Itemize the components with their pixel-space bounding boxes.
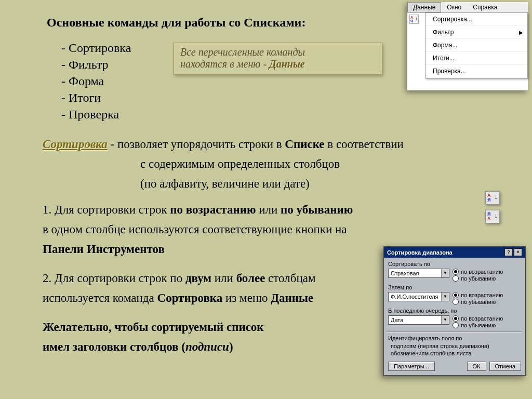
paragraph-line3: (по алфавиту, величине или дате)	[140, 176, 310, 192]
submenu-arrow-icon: ▶	[519, 30, 523, 35]
menu-item-totals[interactable]: Итоги...	[425, 52, 527, 65]
cancel-button[interactable]: Отмена	[489, 362, 521, 371]
dialog-title-text: Сортировка диапазона	[387, 249, 453, 256]
dropdown-arrow-icon: ▼	[441, 316, 449, 324]
sort-asc-icon: АЯ↓	[409, 15, 419, 24]
paragraph-sort-def: Сортировка - позволяет упорядочить строк…	[43, 136, 500, 153]
radio-desc-3[interactable]: по убыванию	[453, 322, 503, 328]
toolbar-sort-icons: АЯ↓ ЯА↓	[485, 191, 500, 229]
radio-desc-1[interactable]: по убыванию	[453, 275, 503, 282]
menubar-item-data[interactable]: Данные	[407, 2, 441, 12]
radio-asc-1[interactable]: по возрастанию	[453, 269, 503, 275]
last-by-select[interactable]: Дата▼	[388, 315, 449, 325]
note-line1: Все перечисленные команды	[180, 46, 305, 58]
paragraph-line2: с содержимым определенных столбцов	[140, 156, 340, 172]
dialog-help-button[interactable]: ?	[504, 248, 513, 256]
last-by-label: В последнюю очередь, по	[388, 308, 521, 314]
command-list: - Сортировка - Фильтр - Форма - Итоги - …	[61, 39, 131, 123]
note-callout: Все перечисленные команды находятся в ме…	[174, 43, 382, 75]
dropdown-arrow-icon: ▼	[441, 269, 449, 277]
params-button[interactable]: Параметры...	[388, 362, 435, 371]
dialog-close-button[interactable]: ×	[514, 248, 522, 256]
command-item: - Итоги	[61, 89, 131, 106]
sort-heading: Сортировка	[43, 138, 108, 151]
sort-descending-button[interactable]: ЯА↓	[485, 210, 500, 223]
radio-desc-2[interactable]: по убыванию	[453, 299, 503, 305]
menu-item-check[interactable]: Проверка...	[425, 65, 527, 78]
paragraph-2-line2: используется команда Сортировка из меню …	[43, 290, 313, 307]
paragraph-1-line3: Панели Инструментов	[43, 241, 165, 258]
radio-asc-2[interactable]: по возрастанию	[453, 292, 503, 298]
sort-ascending-button[interactable]: АЯ↓	[485, 191, 500, 205]
menubar: Данные Окно Справка	[407, 2, 528, 13]
menu-item-filter[interactable]: Фильтр▶	[425, 26, 527, 39]
command-item: - Проверка	[61, 106, 131, 123]
dialog-titlebar: Сортировка диапазона ? ×	[384, 247, 525, 258]
ok-button[interactable]: ОК	[467, 362, 486, 371]
identify-label: Идентифицировать поля по	[388, 335, 521, 341]
then-by-label: Затем по	[388, 284, 521, 290]
slide-title: Основные команды для работы со Списками:	[47, 16, 305, 30]
menubar-item-help[interactable]: Справка	[467, 2, 503, 12]
paragraph-3-line1: Желательно, чтобы сортируемый список	[43, 319, 264, 336]
radio-ident-labels[interactable]: подписям (первая строка диапазона)	[388, 343, 521, 349]
radio-ident-columns[interactable]: обозначениям столбцов листа	[388, 350, 521, 356]
then-by-select[interactable]: Ф.И.О.посетителя▼	[388, 292, 449, 301]
command-item: - Фильтр	[61, 56, 131, 73]
menu-item-sort[interactable]: Сортировка...	[425, 13, 527, 26]
paragraph-1-line2: в одном столбце используются соответству…	[43, 221, 347, 238]
menubar-item-window[interactable]: Окно	[441, 2, 467, 12]
sort-by-label: Сортировать по	[388, 261, 521, 267]
dropdown-arrow-icon: ▼	[441, 292, 449, 301]
command-item: - Сортировка	[61, 39, 131, 56]
command-item: - Форма	[61, 73, 131, 89]
data-dropdown: Сортировка... Фильтр▶ Форма... Итоги... …	[425, 12, 528, 78]
paragraph-3-line2: имел заголовки столбцов (подписи)	[43, 339, 233, 355]
note-line2b: Данные	[269, 58, 305, 70]
sort-range-dialog: Сортировка диапазона ? × Сортировать по …	[383, 246, 526, 376]
sort-by-select[interactable]: Страховая▼	[388, 269, 449, 278]
menu-item-form[interactable]: Форма...	[425, 39, 527, 52]
menu-screenshot: Данные Окно Справка АЯ↓ Сортировка... Фи…	[407, 2, 528, 90]
paragraph-1-line1: 1. Для сортировки строк по возрастанию и…	[43, 202, 353, 218]
radio-asc-3[interactable]: по возрастанию	[453, 315, 503, 322]
paragraph-2-line1: 2. Для сортировки строк по двум или боле…	[43, 270, 316, 287]
note-line2a: находятся в меню -	[180, 58, 269, 70]
